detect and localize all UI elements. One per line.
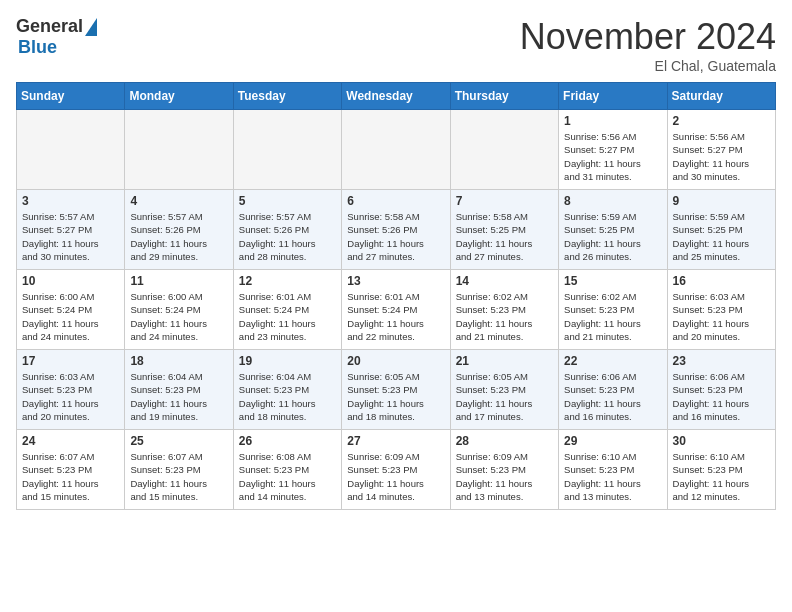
calendar-day-cell	[125, 110, 233, 190]
logo-triangle-icon	[85, 18, 97, 36]
day-number: 17	[22, 354, 119, 368]
calendar-day-cell: 9Sunrise: 5:59 AMSunset: 5:25 PMDaylight…	[667, 190, 775, 270]
calendar-day-cell: 1Sunrise: 5:56 AMSunset: 5:27 PMDaylight…	[559, 110, 667, 190]
day-number: 4	[130, 194, 227, 208]
day-info: Sunrise: 6:10 AMSunset: 5:23 PMDaylight:…	[564, 450, 661, 503]
calendar-week-row: 10Sunrise: 6:00 AMSunset: 5:24 PMDayligh…	[17, 270, 776, 350]
day-number: 26	[239, 434, 336, 448]
day-info: Sunrise: 6:03 AMSunset: 5:23 PMDaylight:…	[22, 370, 119, 423]
day-info: Sunrise: 5:59 AMSunset: 5:25 PMDaylight:…	[564, 210, 661, 263]
day-info: Sunrise: 6:06 AMSunset: 5:23 PMDaylight:…	[673, 370, 770, 423]
calendar-day-cell: 4Sunrise: 5:57 AMSunset: 5:26 PMDaylight…	[125, 190, 233, 270]
day-info: Sunrise: 5:56 AMSunset: 5:27 PMDaylight:…	[673, 130, 770, 183]
calendar-day-cell: 25Sunrise: 6:07 AMSunset: 5:23 PMDayligh…	[125, 430, 233, 510]
day-info: Sunrise: 6:01 AMSunset: 5:24 PMDaylight:…	[239, 290, 336, 343]
calendar-day-cell	[342, 110, 450, 190]
calendar-week-row: 24Sunrise: 6:07 AMSunset: 5:23 PMDayligh…	[17, 430, 776, 510]
day-number: 6	[347, 194, 444, 208]
calendar-day-cell: 29Sunrise: 6:10 AMSunset: 5:23 PMDayligh…	[559, 430, 667, 510]
day-info: Sunrise: 6:06 AMSunset: 5:23 PMDaylight:…	[564, 370, 661, 423]
day-number: 21	[456, 354, 553, 368]
day-number: 28	[456, 434, 553, 448]
calendar-day-cell	[450, 110, 558, 190]
day-number: 7	[456, 194, 553, 208]
calendar-day-cell	[17, 110, 125, 190]
day-info: Sunrise: 6:05 AMSunset: 5:23 PMDaylight:…	[456, 370, 553, 423]
calendar-day-cell: 13Sunrise: 6:01 AMSunset: 5:24 PMDayligh…	[342, 270, 450, 350]
weekday-header-thursday: Thursday	[450, 83, 558, 110]
day-number: 24	[22, 434, 119, 448]
calendar-day-cell: 7Sunrise: 5:58 AMSunset: 5:25 PMDaylight…	[450, 190, 558, 270]
calendar-week-row: 17Sunrise: 6:03 AMSunset: 5:23 PMDayligh…	[17, 350, 776, 430]
page-header: General Blue November 2024 El Chal, Guat…	[16, 16, 776, 74]
calendar-day-cell	[233, 110, 341, 190]
weekday-header-friday: Friday	[559, 83, 667, 110]
calendar-week-row: 3Sunrise: 5:57 AMSunset: 5:27 PMDaylight…	[17, 190, 776, 270]
logo: General Blue	[16, 16, 97, 58]
calendar-day-cell: 11Sunrise: 6:00 AMSunset: 5:24 PMDayligh…	[125, 270, 233, 350]
calendar-day-cell: 21Sunrise: 6:05 AMSunset: 5:23 PMDayligh…	[450, 350, 558, 430]
day-number: 18	[130, 354, 227, 368]
day-number: 30	[673, 434, 770, 448]
calendar-day-cell: 17Sunrise: 6:03 AMSunset: 5:23 PMDayligh…	[17, 350, 125, 430]
calendar-day-cell: 6Sunrise: 5:58 AMSunset: 5:26 PMDaylight…	[342, 190, 450, 270]
day-info: Sunrise: 5:58 AMSunset: 5:26 PMDaylight:…	[347, 210, 444, 263]
day-info: Sunrise: 5:57 AMSunset: 5:26 PMDaylight:…	[130, 210, 227, 263]
day-number: 8	[564, 194, 661, 208]
title-area: November 2024 El Chal, Guatemala	[520, 16, 776, 74]
day-info: Sunrise: 5:57 AMSunset: 5:26 PMDaylight:…	[239, 210, 336, 263]
day-number: 25	[130, 434, 227, 448]
day-number: 19	[239, 354, 336, 368]
day-info: Sunrise: 6:05 AMSunset: 5:23 PMDaylight:…	[347, 370, 444, 423]
calendar-day-cell: 19Sunrise: 6:04 AMSunset: 5:23 PMDayligh…	[233, 350, 341, 430]
day-info: Sunrise: 6:04 AMSunset: 5:23 PMDaylight:…	[239, 370, 336, 423]
day-info: Sunrise: 6:00 AMSunset: 5:24 PMDaylight:…	[130, 290, 227, 343]
day-number: 12	[239, 274, 336, 288]
logo-blue-text: Blue	[18, 37, 57, 58]
day-info: Sunrise: 5:56 AMSunset: 5:27 PMDaylight:…	[564, 130, 661, 183]
calendar-day-cell: 20Sunrise: 6:05 AMSunset: 5:23 PMDayligh…	[342, 350, 450, 430]
day-info: Sunrise: 5:58 AMSunset: 5:25 PMDaylight:…	[456, 210, 553, 263]
day-number: 13	[347, 274, 444, 288]
day-info: Sunrise: 6:10 AMSunset: 5:23 PMDaylight:…	[673, 450, 770, 503]
calendar-table: SundayMondayTuesdayWednesdayThursdayFrid…	[16, 82, 776, 510]
day-number: 5	[239, 194, 336, 208]
calendar-week-row: 1Sunrise: 5:56 AMSunset: 5:27 PMDaylight…	[17, 110, 776, 190]
calendar-day-cell: 26Sunrise: 6:08 AMSunset: 5:23 PMDayligh…	[233, 430, 341, 510]
day-number: 20	[347, 354, 444, 368]
calendar-day-cell: 30Sunrise: 6:10 AMSunset: 5:23 PMDayligh…	[667, 430, 775, 510]
calendar-day-cell: 14Sunrise: 6:02 AMSunset: 5:23 PMDayligh…	[450, 270, 558, 350]
calendar-day-cell: 28Sunrise: 6:09 AMSunset: 5:23 PMDayligh…	[450, 430, 558, 510]
day-info: Sunrise: 6:02 AMSunset: 5:23 PMDaylight:…	[564, 290, 661, 343]
day-info: Sunrise: 6:09 AMSunset: 5:23 PMDaylight:…	[347, 450, 444, 503]
day-number: 16	[673, 274, 770, 288]
day-info: Sunrise: 5:57 AMSunset: 5:27 PMDaylight:…	[22, 210, 119, 263]
calendar-day-cell: 15Sunrise: 6:02 AMSunset: 5:23 PMDayligh…	[559, 270, 667, 350]
calendar-day-cell: 8Sunrise: 5:59 AMSunset: 5:25 PMDaylight…	[559, 190, 667, 270]
calendar-day-cell: 27Sunrise: 6:09 AMSunset: 5:23 PMDayligh…	[342, 430, 450, 510]
day-info: Sunrise: 6:00 AMSunset: 5:24 PMDaylight:…	[22, 290, 119, 343]
day-info: Sunrise: 6:08 AMSunset: 5:23 PMDaylight:…	[239, 450, 336, 503]
calendar-day-cell: 2Sunrise: 5:56 AMSunset: 5:27 PMDaylight…	[667, 110, 775, 190]
day-info: Sunrise: 6:04 AMSunset: 5:23 PMDaylight:…	[130, 370, 227, 423]
day-info: Sunrise: 6:07 AMSunset: 5:23 PMDaylight:…	[22, 450, 119, 503]
day-info: Sunrise: 6:02 AMSunset: 5:23 PMDaylight:…	[456, 290, 553, 343]
day-info: Sunrise: 6:01 AMSunset: 5:24 PMDaylight:…	[347, 290, 444, 343]
weekday-header-tuesday: Tuesday	[233, 83, 341, 110]
logo-general-text: General	[16, 16, 83, 37]
calendar-day-cell: 12Sunrise: 6:01 AMSunset: 5:24 PMDayligh…	[233, 270, 341, 350]
day-number: 1	[564, 114, 661, 128]
calendar-day-cell: 23Sunrise: 6:06 AMSunset: 5:23 PMDayligh…	[667, 350, 775, 430]
day-number: 22	[564, 354, 661, 368]
day-info: Sunrise: 5:59 AMSunset: 5:25 PMDaylight:…	[673, 210, 770, 263]
calendar-day-cell: 5Sunrise: 5:57 AMSunset: 5:26 PMDaylight…	[233, 190, 341, 270]
day-info: Sunrise: 6:09 AMSunset: 5:23 PMDaylight:…	[456, 450, 553, 503]
calendar-day-cell: 3Sunrise: 5:57 AMSunset: 5:27 PMDaylight…	[17, 190, 125, 270]
weekday-header-monday: Monday	[125, 83, 233, 110]
weekday-header-wednesday: Wednesday	[342, 83, 450, 110]
weekday-header-sunday: Sunday	[17, 83, 125, 110]
day-info: Sunrise: 6:03 AMSunset: 5:23 PMDaylight:…	[673, 290, 770, 343]
day-number: 10	[22, 274, 119, 288]
day-number: 2	[673, 114, 770, 128]
calendar-day-cell: 18Sunrise: 6:04 AMSunset: 5:23 PMDayligh…	[125, 350, 233, 430]
